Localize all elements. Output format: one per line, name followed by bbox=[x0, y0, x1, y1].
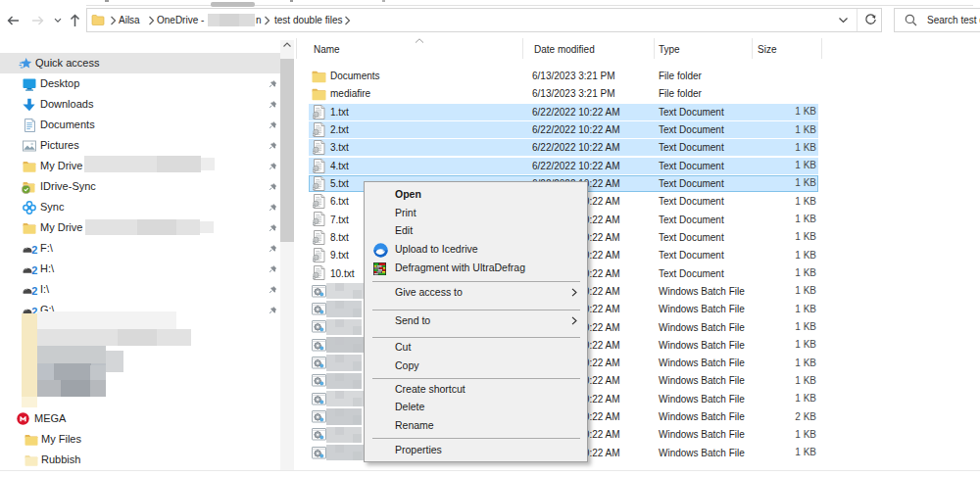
svg-text:2: 2 bbox=[31, 263, 37, 275]
svg-text:2: 2 bbox=[31, 243, 37, 255]
svg-text:2: 2 bbox=[31, 284, 37, 296]
